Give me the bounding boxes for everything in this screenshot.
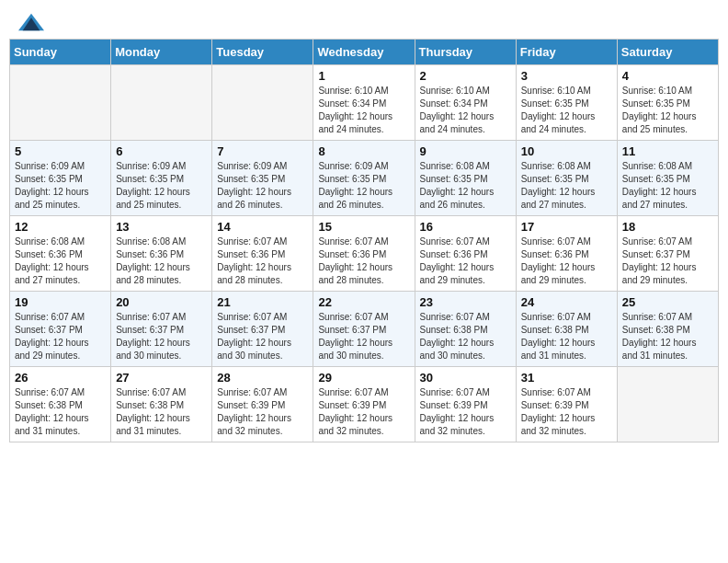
calendar-day-cell: 13Sunrise: 6:08 AM Sunset: 6:36 PM Dayli… (111, 216, 212, 292)
calendar-day-cell: 19Sunrise: 6:07 AM Sunset: 6:37 PM Dayli… (10, 292, 111, 367)
day-number: 26 (15, 371, 106, 385)
day-number: 23 (420, 295, 511, 309)
day-info: Sunrise: 6:10 AM Sunset: 6:34 PM Dayligh… (420, 85, 511, 136)
day-number: 28 (217, 371, 308, 385)
day-number: 12 (15, 220, 106, 234)
calendar-day-cell: 5Sunrise: 6:09 AM Sunset: 6:35 PM Daylig… (10, 141, 111, 216)
calendar-day-cell: 2Sunrise: 6:10 AM Sunset: 6:34 PM Daylig… (415, 65, 516, 141)
calendar-day-cell: 15Sunrise: 6:07 AM Sunset: 6:36 PM Dayli… (313, 216, 415, 292)
calendar-day-cell: 21Sunrise: 6:07 AM Sunset: 6:37 PM Dayli… (212, 292, 313, 367)
day-number: 20 (116, 295, 207, 309)
day-info: Sunrise: 6:09 AM Sunset: 6:35 PM Dayligh… (217, 160, 308, 212)
calendar-week-row: 1Sunrise: 6:10 AM Sunset: 6:34 PM Daylig… (10, 65, 719, 141)
weekday-header: Wednesday (313, 40, 415, 65)
calendar-header-row: SundayMondayTuesdayWednesdayThursdayFrid… (10, 40, 719, 65)
day-info: Sunrise: 6:10 AM Sunset: 6:35 PM Dayligh… (622, 85, 713, 136)
day-number: 21 (217, 295, 308, 309)
day-info: Sunrise: 6:08 AM Sunset: 6:35 PM Dayligh… (622, 160, 713, 212)
calendar-day-cell: 4Sunrise: 6:10 AM Sunset: 6:35 PM Daylig… (617, 65, 718, 141)
day-number: 11 (622, 144, 713, 158)
day-info: Sunrise: 6:07 AM Sunset: 6:39 PM Dayligh… (420, 386, 511, 438)
calendar-day-cell: 10Sunrise: 6:08 AM Sunset: 6:35 PM Dayli… (516, 141, 617, 216)
calendar-day-cell: 22Sunrise: 6:07 AM Sunset: 6:37 PM Dayli… (313, 292, 415, 367)
day-number: 4 (622, 69, 713, 83)
day-number: 3 (521, 69, 612, 83)
calendar-day-cell: 26Sunrise: 6:07 AM Sunset: 6:38 PM Dayli… (10, 367, 111, 442)
day-number: 13 (116, 220, 207, 234)
day-info: Sunrise: 6:07 AM Sunset: 6:37 PM Dayligh… (217, 311, 308, 362)
page-header (9, 9, 719, 31)
day-number: 27 (116, 371, 207, 385)
day-number: 24 (521, 295, 612, 309)
day-info: Sunrise: 6:09 AM Sunset: 6:35 PM Dayligh… (15, 160, 106, 212)
day-info: Sunrise: 6:07 AM Sunset: 6:37 PM Dayligh… (318, 311, 409, 362)
day-info: Sunrise: 6:07 AM Sunset: 6:38 PM Dayligh… (420, 311, 511, 362)
day-number: 22 (318, 295, 409, 309)
calendar-day-cell: 7Sunrise: 6:09 AM Sunset: 6:35 PM Daylig… (212, 141, 313, 216)
day-info: Sunrise: 6:07 AM Sunset: 6:36 PM Dayligh… (318, 236, 409, 287)
calendar-day-cell: 14Sunrise: 6:07 AM Sunset: 6:36 PM Dayli… (212, 216, 313, 292)
day-number: 9 (420, 144, 511, 158)
logo (17, 13, 44, 28)
day-info: Sunrise: 6:07 AM Sunset: 6:37 PM Dayligh… (116, 311, 207, 362)
weekday-header: Tuesday (212, 40, 313, 65)
day-number: 7 (217, 144, 308, 158)
calendar-day-cell: 8Sunrise: 6:09 AM Sunset: 6:35 PM Daylig… (313, 141, 415, 216)
day-number: 17 (521, 220, 612, 234)
calendar-day-cell: 29Sunrise: 6:07 AM Sunset: 6:39 PM Dayli… (313, 367, 415, 442)
day-info: Sunrise: 6:10 AM Sunset: 6:35 PM Dayligh… (521, 85, 612, 136)
calendar-day-cell: 25Sunrise: 6:07 AM Sunset: 6:38 PM Dayli… (617, 292, 718, 367)
day-number: 10 (521, 144, 612, 158)
day-info: Sunrise: 6:07 AM Sunset: 6:38 PM Dayligh… (521, 311, 612, 362)
calendar-day-cell (10, 65, 111, 141)
calendar-day-cell: 3Sunrise: 6:10 AM Sunset: 6:35 PM Daylig… (516, 65, 617, 141)
day-number: 16 (420, 220, 511, 234)
day-number: 25 (622, 295, 713, 309)
day-info: Sunrise: 6:09 AM Sunset: 6:35 PM Dayligh… (116, 160, 207, 212)
calendar-day-cell: 9Sunrise: 6:08 AM Sunset: 6:35 PM Daylig… (415, 141, 516, 216)
day-number: 18 (622, 220, 713, 234)
calendar-day-cell: 23Sunrise: 6:07 AM Sunset: 6:38 PM Dayli… (415, 292, 516, 367)
weekday-header: Monday (111, 40, 212, 65)
day-number: 6 (116, 144, 207, 158)
day-info: Sunrise: 6:07 AM Sunset: 6:37 PM Dayligh… (15, 311, 106, 362)
calendar-day-cell: 20Sunrise: 6:07 AM Sunset: 6:37 PM Dayli… (111, 292, 212, 367)
day-number: 29 (318, 371, 409, 385)
weekday-header: Thursday (415, 40, 516, 65)
calendar-day-cell: 24Sunrise: 6:07 AM Sunset: 6:38 PM Dayli… (516, 292, 617, 367)
day-info: Sunrise: 6:08 AM Sunset: 6:35 PM Dayligh… (420, 160, 511, 212)
weekday-header: Saturday (617, 40, 718, 65)
day-info: Sunrise: 6:08 AM Sunset: 6:36 PM Dayligh… (15, 236, 106, 287)
day-info: Sunrise: 6:07 AM Sunset: 6:39 PM Dayligh… (217, 386, 308, 438)
calendar-day-cell: 1Sunrise: 6:10 AM Sunset: 6:34 PM Daylig… (313, 65, 415, 141)
day-info: Sunrise: 6:10 AM Sunset: 6:34 PM Dayligh… (318, 85, 409, 136)
weekday-header: Friday (516, 40, 617, 65)
calendar-table: SundayMondayTuesdayWednesdayThursdayFrid… (9, 39, 719, 442)
day-number: 8 (318, 144, 409, 158)
calendar-day-cell: 17Sunrise: 6:07 AM Sunset: 6:36 PM Dayli… (516, 216, 617, 292)
calendar-day-cell (111, 65, 212, 141)
day-info: Sunrise: 6:07 AM Sunset: 6:37 PM Dayligh… (622, 236, 713, 287)
day-info: Sunrise: 6:07 AM Sunset: 6:38 PM Dayligh… (622, 311, 713, 362)
day-info: Sunrise: 6:07 AM Sunset: 6:39 PM Dayligh… (521, 386, 612, 438)
calendar-week-row: 19Sunrise: 6:07 AM Sunset: 6:37 PM Dayli… (10, 292, 719, 367)
calendar-day-cell: 31Sunrise: 6:07 AM Sunset: 6:39 PM Dayli… (516, 367, 617, 442)
day-info: Sunrise: 6:08 AM Sunset: 6:35 PM Dayligh… (521, 160, 612, 212)
day-info: Sunrise: 6:07 AM Sunset: 6:38 PM Dayligh… (116, 386, 207, 438)
day-number: 14 (217, 220, 308, 234)
calendar-day-cell: 16Sunrise: 6:07 AM Sunset: 6:36 PM Dayli… (415, 216, 516, 292)
day-info: Sunrise: 6:09 AM Sunset: 6:35 PM Dayligh… (318, 160, 409, 212)
day-number: 15 (318, 220, 409, 234)
day-info: Sunrise: 6:07 AM Sunset: 6:38 PM Dayligh… (15, 386, 106, 438)
calendar-day-cell: 30Sunrise: 6:07 AM Sunset: 6:39 PM Dayli… (415, 367, 516, 442)
day-number: 31 (521, 371, 612, 385)
day-info: Sunrise: 6:07 AM Sunset: 6:36 PM Dayligh… (217, 236, 308, 287)
calendar-week-row: 12Sunrise: 6:08 AM Sunset: 6:36 PM Dayli… (10, 216, 719, 292)
calendar-day-cell (617, 367, 718, 442)
calendar-day-cell: 27Sunrise: 6:07 AM Sunset: 6:38 PM Dayli… (111, 367, 212, 442)
calendar-day-cell: 28Sunrise: 6:07 AM Sunset: 6:39 PM Dayli… (212, 367, 313, 442)
calendar-day-cell: 11Sunrise: 6:08 AM Sunset: 6:35 PM Dayli… (617, 141, 718, 216)
day-number: 19 (15, 295, 106, 309)
day-number: 1 (318, 69, 409, 83)
day-number: 2 (420, 69, 511, 83)
